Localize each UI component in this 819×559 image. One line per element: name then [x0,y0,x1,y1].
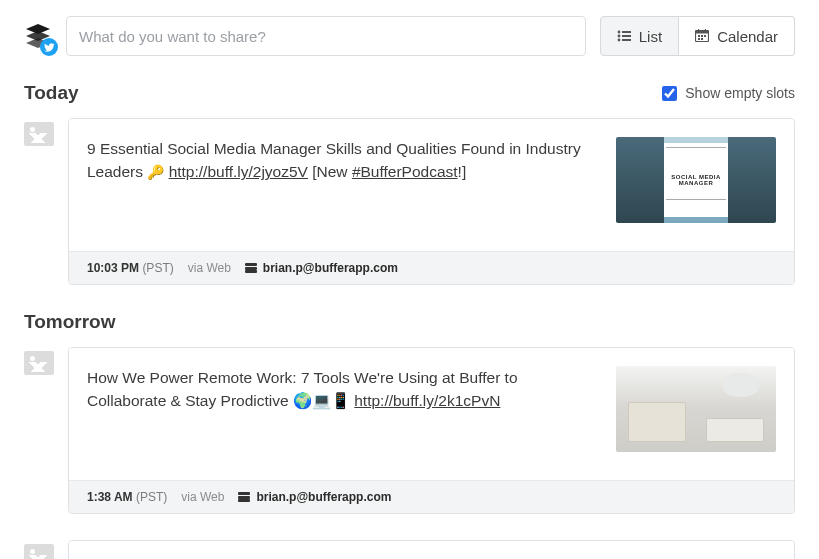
post-author: brian.p@bufferapp.com [238,490,391,504]
post-text: How We Power Remote Work: 7 Tools We're … [87,366,598,452]
key-icon: 🔑 [147,164,164,180]
post-author: brian.p@bufferapp.com [245,261,398,275]
buffer-icon [238,492,250,502]
image-placeholder-icon [24,544,54,559]
view-list-button[interactable]: List [600,16,679,56]
post-time: 10:03 PM (PST) [87,261,174,275]
post-text: 9 Essential Social Media Manager Skills … [87,137,598,223]
composer-input[interactable] [66,16,586,56]
post-source: via Web [181,490,224,504]
view-calendar-button[interactable]: Calendar [679,16,795,56]
svg-rect-11 [698,29,699,32]
post-link[interactable]: http://buff.ly/2jyoz5V [169,163,308,180]
brand-logo [24,22,52,50]
post-time: 1:38 AM (PST) [87,490,167,504]
svg-rect-6 [622,35,631,37]
section-today-title: Today [24,82,79,104]
svg-rect-10 [696,30,709,33]
svg-rect-12 [705,29,706,32]
svg-point-5 [617,34,620,37]
svg-rect-16 [698,38,700,40]
post-thumbnail [616,366,776,452]
show-empty-slots-label: Show empty slots [685,85,795,101]
section-tomorrow-title: Tomorrow [24,311,115,333]
show-empty-slots-toggle[interactable]: Show empty slots [662,85,795,101]
twitter-icon [40,38,58,56]
image-placeholder-icon [24,351,54,375]
post-card[interactable]: How We Power Remote Work: 7 Tools We're … [68,347,795,514]
emoji-group: 🌍💻📱 [293,392,350,409]
svg-point-7 [617,38,620,41]
post-card[interactable]: The power of incorporating GIFs into you… [68,540,795,559]
post-hashtag[interactable]: #BufferPodcast [352,163,458,180]
image-placeholder-icon [24,122,54,146]
svg-rect-8 [622,39,631,41]
post-thumbnail [616,137,776,223]
buffer-icon [245,263,257,273]
svg-rect-15 [704,35,706,37]
calendar-icon [695,28,709,45]
svg-point-3 [617,30,620,33]
show-empty-slots-checkbox[interactable] [662,86,677,101]
view-list-label: List [639,28,662,45]
post-link[interactable]: http://buff.ly/2k1cPvN [354,392,500,409]
post-card[interactable]: 9 Essential Social Media Manager Skills … [68,118,795,285]
svg-rect-4 [622,31,631,33]
list-icon [617,28,631,45]
svg-rect-13 [698,35,700,37]
svg-rect-14 [701,35,703,37]
view-calendar-label: Calendar [717,28,778,45]
post-source: via Web [188,261,231,275]
svg-rect-17 [701,38,703,40]
